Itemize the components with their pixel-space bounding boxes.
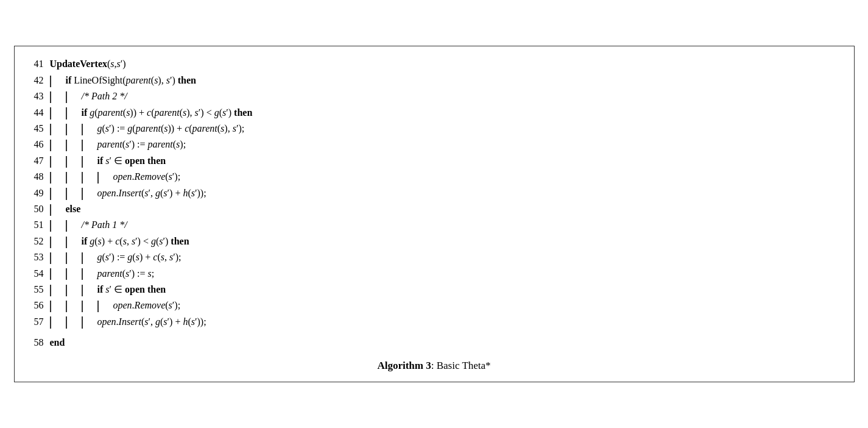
- line-number-43: 43: [27, 88, 50, 104]
- line-43: 43/* Path 2 */: [27, 88, 842, 104]
- line-number-56: 56: [27, 298, 50, 313]
- line-number-53: 53: [27, 249, 50, 265]
- line-content-55: if s′ ∈ open then: [50, 282, 166, 298]
- line-number-49: 49: [27, 185, 50, 201]
- line-number-48: 48: [27, 169, 50, 185]
- line-55: 55if s′ ∈ open then: [27, 282, 842, 298]
- algorithm-caption: Algorithm 3: Basic Theta*: [15, 360, 854, 374]
- line-42: 42if LineOfSight(parent(s), s′) then: [27, 73, 842, 88]
- caption-bold: Algorithm 3: [377, 360, 431, 371]
- line-41: 41UpdateVertex(s,s′): [27, 56, 842, 72]
- line-content-44: if g(parent(s)) + c(parent(s), s′) < g(s…: [50, 105, 253, 121]
- line-number-42: 42: [27, 73, 50, 88]
- line-content-54: parent(s′) := s;: [50, 266, 155, 282]
- line-56: 56open.Remove(s′);: [27, 298, 842, 313]
- line-content-45: g(s′) := g(parent(s)) + c(parent(s), s′)…: [50, 121, 245, 137]
- line-57: 57open.Insert(s′, g(s′) + h(s′));: [27, 314, 842, 330]
- line-45: 45g(s′) := g(parent(s)) + c(parent(s), s…: [27, 121, 842, 137]
- line-number-55: 55: [27, 282, 50, 298]
- line-content-41: UpdateVertex(s,s′): [50, 56, 126, 72]
- line-number-47: 47: [27, 153, 50, 169]
- line-content-48: open.Remove(s′);: [50, 169, 181, 185]
- line-number-52: 52: [27, 234, 50, 249]
- line-content-53: g(s′) := g(s) + c(s, s′);: [50, 249, 182, 265]
- line-content-51: /* Path 1 */: [50, 217, 127, 233]
- line-content-42: if LineOfSight(parent(s), s′) then: [50, 73, 196, 88]
- line-46: 46parent(s′) := parent(s);: [27, 137, 842, 152]
- line-content-43: /* Path 2 */: [50, 88, 127, 104]
- line-54: 54parent(s′) := s;: [27, 266, 842, 282]
- line-51: 51/* Path 1 */: [27, 217, 842, 233]
- line-44: 44if g(parent(s)) + c(parent(s), s′) < g…: [27, 105, 842, 121]
- line-number-41: 41: [27, 56, 50, 72]
- line-content-46: parent(s′) := parent(s);: [50, 137, 186, 152]
- line-number-45: 45: [27, 121, 50, 137]
- line-number-44: 44: [27, 105, 50, 121]
- line-52: 52if g(s) + c(s, s′) < g(s′) then: [27, 234, 842, 249]
- line-content-47: if s′ ∈ open then: [50, 153, 166, 169]
- line-content-57: open.Insert(s′, g(s′) + h(s′));: [50, 314, 206, 330]
- line-58: 58end: [27, 335, 842, 351]
- line-53: 53g(s′) := g(s) + c(s, s′);: [27, 249, 842, 265]
- line-number-51: 51: [27, 217, 50, 233]
- line-content-58: end: [50, 335, 65, 351]
- line-49: 49open.Insert(s′, g(s′) + h(s′));: [27, 185, 842, 201]
- line-number-57: 57: [27, 314, 50, 330]
- line-content-49: open.Insert(s′, g(s′) + h(s′));: [50, 185, 206, 201]
- line-48: 48open.Remove(s′);: [27, 169, 842, 185]
- line-content-52: if g(s) + c(s, s′) < g(s′) then: [50, 234, 189, 249]
- line-number-50: 50: [27, 201, 50, 217]
- line-content-50: else: [50, 201, 81, 217]
- line-47: 47if s′ ∈ open then: [27, 153, 842, 169]
- code-content: 41UpdateVertex(s,s′)42if LineOfSight(par…: [15, 54, 854, 353]
- caption-normal: : Basic Theta*: [431, 360, 491, 371]
- algorithm-box: 41UpdateVertex(s,s′)42if LineOfSight(par…: [14, 46, 855, 382]
- line-number-54: 54: [27, 266, 50, 282]
- line-number-58: 58: [27, 335, 50, 351]
- line-number-46: 46: [27, 137, 50, 152]
- line-50: 50else: [27, 201, 842, 217]
- line-content-56: open.Remove(s′);: [50, 298, 181, 313]
